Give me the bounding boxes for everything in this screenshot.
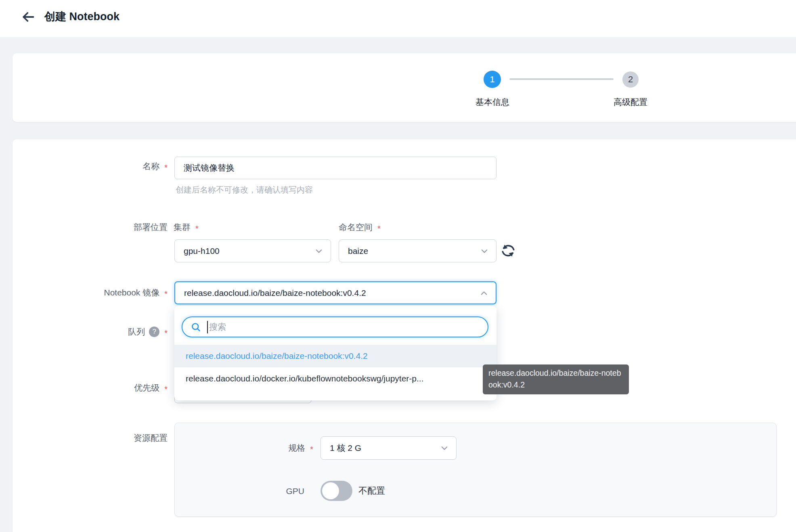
- text-cursor: [207, 321, 208, 333]
- required-asterisk: *: [195, 222, 199, 234]
- image-label: Notebook 镜像: [104, 287, 159, 298]
- resources-label: 资源配置: [134, 432, 168, 444]
- namespace-select[interactable]: baize: [339, 239, 496, 262]
- name-label-row: 名称 *: [13, 161, 168, 173]
- required-asterisk: *: [164, 287, 168, 300]
- image-tooltip: release.daocloud.io/baize/baize-notebook…: [483, 364, 629, 394]
- refresh-icon: [500, 243, 516, 259]
- priority-label-row: 优先级 *: [13, 382, 168, 395]
- name-hint: 创建后名称不可修改，请确认填写内容: [176, 184, 313, 195]
- name-input-value: 测试镜像替换: [184, 162, 235, 174]
- image-dropdown-panel: 搜索 release.daocloud.io/baize/baize-noteb…: [174, 306, 496, 400]
- name-input[interactable]: 测试镜像替换: [174, 157, 496, 179]
- required-asterisk: *: [164, 161, 168, 173]
- image-option-selected[interactable]: release.daocloud.io/baize/baize-notebook…: [174, 345, 496, 367]
- cluster-select-value: gpu-h100: [184, 246, 220, 256]
- image-select-value: release.daocloud.io/baize/baize-notebook…: [184, 288, 366, 298]
- priority-label: 优先级: [134, 382, 159, 394]
- queue-label: 队列: [128, 326, 145, 337]
- chevron-up-icon: [480, 289, 488, 297]
- gpu-toggle[interactable]: [320, 481, 352, 501]
- namespace-label-row: 命名空间 *: [339, 222, 381, 234]
- page-header: 创建 Notebook: [0, 0, 796, 37]
- chevron-down-icon: [314, 247, 323, 256]
- chevron-down-icon: [440, 444, 449, 452]
- required-asterisk: *: [377, 222, 381, 234]
- gpu-toggle-knob: [322, 482, 339, 499]
- page-title: 创建 Notebook: [44, 9, 119, 24]
- step-2-label: 高级配置: [590, 96, 671, 108]
- queue-label-row: 队列 ? *: [13, 326, 168, 339]
- step-1-label: 基本信息: [452, 96, 533, 108]
- chevron-down-icon: [480, 247, 489, 256]
- gpu-toggle-label: 不配置: [358, 485, 385, 497]
- form-card: 名称 * 测试镜像替换 创建后名称不可修改，请确认填写内容 部署位置 集群 * …: [13, 139, 796, 532]
- arrow-left-icon: [20, 9, 36, 25]
- spec-label: 规格: [288, 442, 305, 455]
- name-label: 名称: [142, 161, 159, 172]
- spec-label-row: 规格 *: [175, 442, 313, 455]
- image-option[interactable]: release.daocloud.io/docker.io/kubeflowno…: [174, 367, 496, 390]
- image-select[interactable]: release.daocloud.io/baize/baize-notebook…: [174, 281, 496, 304]
- cluster-select[interactable]: gpu-h100: [174, 239, 331, 262]
- gpu-label: GPU: [175, 486, 304, 496]
- spec-select[interactable]: 1 核 2 G: [320, 436, 457, 460]
- namespace-select-value: baize: [348, 246, 368, 256]
- image-search-input[interactable]: 搜索: [182, 316, 488, 337]
- create-notebook-page: 创建 Notebook 1 2 基本信息 高级配置 名称 * 测试镜像替换 创建…: [0, 0, 796, 532]
- required-asterisk: *: [310, 442, 313, 455]
- location-label-row: 部署位置: [13, 222, 168, 233]
- refresh-button[interactable]: [500, 243, 516, 259]
- location-label: 部署位置: [134, 222, 168, 233]
- search-placeholder: 搜索: [209, 321, 226, 333]
- resources-label-row: 资源配置: [13, 432, 168, 444]
- resources-box: 规格 * 1 核 2 G GPU 不配置: [174, 423, 777, 517]
- namespace-label: 命名空间: [339, 222, 373, 234]
- cluster-label-row: 集群 *: [174, 222, 199, 234]
- step-1-circle[interactable]: 1: [484, 71, 501, 88]
- required-asterisk: *: [164, 326, 168, 339]
- question-circle-icon[interactable]: ?: [149, 327, 159, 337]
- step-2-circle[interactable]: 2: [622, 71, 639, 88]
- stepper-card: 1 2 基本信息 高级配置: [13, 53, 796, 122]
- step-connector-line: [509, 78, 614, 80]
- image-label-row: Notebook 镜像 *: [13, 287, 168, 300]
- cluster-label: 集群: [174, 222, 191, 234]
- back-button[interactable]: [20, 9, 36, 25]
- step-2-number: 2: [628, 74, 633, 85]
- spec-select-value: 1 核 2 G: [330, 442, 361, 454]
- search-icon: [191, 322, 201, 333]
- required-asterisk: *: [164, 382, 168, 395]
- step-1-number: 1: [490, 74, 494, 85]
